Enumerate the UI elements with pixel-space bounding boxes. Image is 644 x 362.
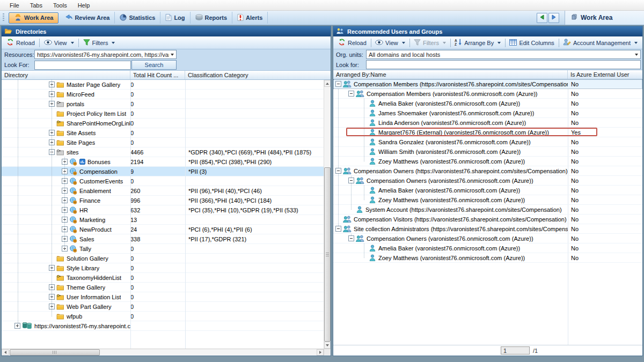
scroll-right-button[interactable] (317, 349, 324, 356)
collapse-icon[interactable] (348, 91, 354, 97)
user-tree-row[interactable]: Compensation Owners (https://varonistest… (333, 166, 642, 176)
directory-tree-row[interactable]: wfpub0 (2, 312, 331, 321)
directory-tree-row[interactable]: User Information List0 (2, 292, 331, 302)
directory-tree-row[interactable]: Tally0 (2, 244, 331, 254)
menu-item-file[interactable]: File (4, 1, 25, 10)
column-header-classification-category[interactable]: Classification Category (185, 71, 331, 79)
tab-reports[interactable]: Reports (191, 12, 233, 24)
column-header-directory[interactable]: Directory (2, 71, 130, 79)
directory-tree-row[interactable]: Enablement260*PII (96),*PHI (40),*PCI (4… (2, 186, 331, 196)
tab-log[interactable]: Log (160, 12, 190, 24)
nav-forward-button[interactable] (548, 13, 559, 23)
classification-category-value (185, 292, 331, 301)
directory-tree-row[interactable]: Web Part Gallery0 (2, 302, 331, 312)
scroll-track[interactable] (9, 349, 317, 356)
tab-review-area[interactable]: Review Area (60, 12, 115, 24)
scroll-left-button[interactable] (2, 349, 9, 356)
folder-key-icon (56, 294, 64, 300)
directory-tree-row[interactable]: Solution Gallery0 (2, 254, 331, 263)
horizontal-scrollbar[interactable] (2, 349, 331, 356)
page-number-input[interactable]: 1 (501, 346, 530, 354)
tab-statistics[interactable]: Statistics (115, 12, 160, 24)
user-tree-row[interactable]: Amelia Baker (varonistest76.onmicrosoft.… (333, 186, 642, 195)
chevron-down-icon (497, 42, 501, 44)
total-hit-count-value: 0 (130, 273, 185, 282)
user-tree-row[interactable]: William Smith (varonistest76.onmicrosoft… (333, 147, 642, 157)
directory-tree-row[interactable]: Site Assets0 (2, 128, 331, 138)
directory-tree-row[interactable]: Bonuses2194*PII (854),*PCI (398),*PHI (2… (2, 157, 331, 167)
directory-tree-row[interactable]: portals0 (2, 99, 331, 109)
view-button[interactable]: View (372, 39, 408, 47)
column-header-total-hit-count[interactable]: Total Hit Count ... (130, 71, 185, 79)
scroll-down-button[interactable] (324, 342, 331, 349)
vertical-scrollbar[interactable] (324, 80, 331, 349)
edit-columns-button[interactable]: Edit Columns (507, 38, 557, 48)
collapse-icon[interactable] (335, 168, 341, 174)
column-header-is-azure-external-user[interactable]: Is Azure External User (568, 70, 642, 79)
arrange-by-button[interactable]: AZ Arrange By (452, 38, 503, 48)
directory-tree-row[interactable]: Master Page Gallery0 (2, 80, 331, 90)
directory-tree-row[interactable]: SharePointHomeOrgLinks0 (2, 119, 331, 128)
scroll-thumb[interactable] (10, 349, 100, 356)
user-tree-row[interactable]: Zoey Matthews (varonistest76.onmicrosoft… (333, 157, 642, 166)
user-tree-row[interactable]: Zoey Matthews (varonistest76.onmicrosoft… (333, 195, 642, 205)
directories-tree: Master Page Gallery0MicroFeed0portals0Pr… (2, 80, 331, 349)
directory-tree-row[interactable]: TaxonomyHiddenList0 (2, 273, 331, 283)
user-tree-row[interactable]: James Shoemaker (varonistest76.onmicroso… (333, 108, 642, 118)
filters-button[interactable]: Filters (411, 38, 449, 48)
directory-tree-row[interactable]: Theme Gallery0 (2, 283, 331, 292)
user-tree-row[interactable]: Linda Anderson (varonistest76.onmicrosof… (333, 118, 642, 128)
org-units-select[interactable]: All domains and local hosts (366, 50, 641, 59)
menu-item-tools[interactable]: Tools (48, 1, 72, 10)
user-tree-row[interactable]: System Account (https://varonistest76.sh… (333, 205, 642, 215)
collapse-icon[interactable] (348, 178, 354, 183)
user-tree-row[interactable]: Compensation Members (https://varonistes… (333, 79, 642, 89)
tab-alerts[interactable]: Alerts (232, 12, 268, 24)
user-tree-row[interactable]: Site collection Administrators (https://… (333, 224, 642, 234)
resources-select[interactable]: https://varonistest76-my.sharepoint.com,… (34, 50, 177, 59)
filters-button[interactable]: Filters (80, 38, 118, 48)
directory-tree-row[interactable]: HR632*PCI (35),*PHI (10),*GDPR (19),*PII… (2, 205, 331, 215)
directory-tree-row[interactable]: NewProduct24*PCI (6),*PHI (4),*PII (6) (2, 225, 331, 234)
directory-tree-row[interactable]: sites4466*GDPR (340),*PCI (669),*PHI (48… (2, 147, 331, 157)
menu-item-help[interactable]: Help (72, 1, 96, 10)
tab-work-area[interactable]: Work Area (9, 12, 58, 24)
directory-tree-row[interactable]: MicroFeed0 (2, 90, 331, 99)
column-header-arranged-by-name[interactable]: Arranged By:Name (333, 70, 568, 79)
reload-button[interactable]: Reload (4, 38, 38, 48)
directory-tree-row[interactable]: Sales338*PII (17),*GDPR (321) (2, 234, 331, 244)
user-tree-row[interactable]: Amelia Baker (varonistest76.onmicrosoft.… (333, 243, 642, 253)
scroll-thumb[interactable] (324, 167, 331, 342)
search-button-label: Search (145, 62, 164, 68)
directory-tree-row[interactable]: Project Policy Item List0 (2, 109, 331, 119)
account-management-button[interactable]: Account Management (560, 38, 640, 48)
scroll-track[interactable] (324, 87, 331, 342)
reload-button[interactable]: Reload (335, 38, 369, 48)
user-tree-row[interactable]: Compensation Owners (varonistest76.onmic… (333, 234, 642, 243)
directory-tree-row[interactable]: Style Library0 (2, 263, 331, 273)
user-tree-row[interactable]: Compensation Visitors (https://varoniste… (333, 215, 642, 224)
collapse-icon[interactable] (335, 81, 341, 87)
directory-tree-row[interactable]: Marketing13 (2, 215, 331, 225)
user-tree-row[interactable]: Compensation Members (varonistest76.onmi… (333, 89, 642, 99)
view-button[interactable]: View (41, 39, 77, 47)
directory-tree-row[interactable]: Compensation9*PII (3) (2, 167, 331, 176)
search-button[interactable]: Search (131, 60, 177, 70)
user-tree-row[interactable]: Sandra Gonzalez (varonistest76.onmicroso… (333, 137, 642, 147)
user-tree-row[interactable]: Amelia Baker (varonistest76.onmicrosoft.… (333, 99, 642, 108)
look-for-input[interactable] (34, 61, 131, 70)
user-tree-row[interactable]: Zoey Matthews (varonistest76.onmicrosoft… (333, 253, 642, 263)
look-for-input[interactable] (366, 60, 641, 69)
collapse-icon[interactable] (335, 226, 341, 232)
directory-tree-row[interactable]: https://varonistest76-my.sharepoint.com (2, 321, 331, 331)
collapse-icon[interactable] (348, 235, 354, 241)
menu-item-tabs[interactable]: Tabs (25, 1, 48, 10)
directory-tree-row[interactable]: CustomerEvents0 (2, 176, 331, 186)
nav-back-button[interactable] (537, 13, 547, 23)
user-tree-row-flagged-external[interactable]: Margaret7676 (External) (varonistest76.o… (333, 128, 642, 137)
directory-tree-row[interactable]: Site Pages0 (2, 138, 331, 147)
directory-tree-row[interactable]: Finance996*PII (366),*PHI (140),*PCI (18… (2, 196, 331, 205)
scroll-up-button[interactable] (324, 80, 331, 87)
is-azure-external-user-value: No (568, 215, 642, 224)
user-tree-row[interactable]: Compensation Owners (varonistest76.onmic… (333, 176, 642, 186)
